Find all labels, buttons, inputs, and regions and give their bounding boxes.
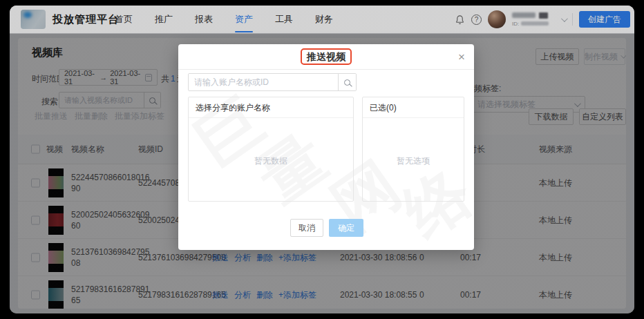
duration-value: 00:17 xyxy=(460,253,481,262)
annotation-highlight-box: 推送视频 xyxy=(301,48,352,65)
count-value: 0 xyxy=(419,253,424,262)
help-icon[interactable]: ? xyxy=(471,14,482,25)
chevron-down-icon xyxy=(621,52,626,58)
source-value: 本地上传 xyxy=(539,214,572,226)
video-name: 5217983161628789165 xyxy=(71,284,143,306)
avatar[interactable] xyxy=(488,10,506,28)
delete-link[interactable]: 删除 xyxy=(256,289,273,300)
add-tag-link[interactable]: +添加标签 xyxy=(278,251,316,263)
upload-video-button[interactable]: 上传视频 xyxy=(536,48,579,65)
days-count: 1 xyxy=(169,74,177,84)
push-link[interactable]: 推送 xyxy=(212,251,229,263)
search-icon xyxy=(149,97,155,104)
delete-link[interactable]: 删除 xyxy=(256,251,273,263)
main-nav: 首页 推广 报表 资产 工具 财务 xyxy=(115,6,333,33)
upload-time: 2021-03-30 18:08:56 xyxy=(340,253,417,262)
nav-item-reports[interactable]: 报表 xyxy=(195,6,213,33)
date-arrow: → xyxy=(100,73,107,81)
nav-item-promotion[interactable]: 推广 xyxy=(155,6,173,33)
account-search-box xyxy=(188,73,357,91)
selected-accounts-panel-title: 已选(0) xyxy=(363,97,464,118)
video-name: 5200250240563260960 xyxy=(71,209,143,231)
analyze-link[interactable]: 分析 xyxy=(234,251,251,263)
select-all-checkbox[interactable] xyxy=(31,145,40,154)
row-checkbox[interactable] xyxy=(31,290,40,299)
modal-title: 推送视频 xyxy=(307,51,345,62)
user-id-prefix: ID: xyxy=(512,21,519,27)
nav-item-tools[interactable]: 工具 xyxy=(275,6,293,33)
video-thumbnail xyxy=(48,168,64,197)
page-title: 视频库 xyxy=(32,46,63,59)
nav-item-assets-active[interactable]: 资产 xyxy=(235,6,253,33)
user-id-redacted xyxy=(521,21,549,26)
source-value: 本地上传 xyxy=(539,251,572,263)
calendar-icon xyxy=(145,74,152,81)
modal-header: 推送视频 × xyxy=(178,44,474,70)
download-data-button[interactable]: 下载数据 xyxy=(529,108,574,125)
date-range-picker[interactable]: 2021-03-31 → 2021-03-31 xyxy=(59,69,158,86)
no-data-placeholder: 暂无数据 xyxy=(189,155,353,167)
divider xyxy=(572,13,573,26)
cancel-button[interactable]: 取消 xyxy=(290,219,323,237)
search-button[interactable] xyxy=(144,93,160,108)
source-value: 本地上传 xyxy=(539,177,572,188)
video-name: 5213761036984279508 xyxy=(71,246,143,269)
tag-select-placeholder: 请选择视频标签 xyxy=(477,99,536,110)
share-accounts-panel-title: 选择分享的账户名称 xyxy=(189,97,353,118)
batch-delete-button[interactable]: 批量删除 xyxy=(75,110,108,122)
col-header-source: 视频来源 xyxy=(539,135,572,164)
no-selection-placeholder: 暂无选项 xyxy=(363,155,464,167)
customize-columns-button[interactable]: 自定义列表 xyxy=(579,108,626,125)
video-search-input[interactable] xyxy=(59,93,144,108)
row-checkbox[interactable] xyxy=(31,178,40,187)
date-end: 2021-03-31 xyxy=(110,69,142,86)
confirm-button[interactable]: 确定 xyxy=(329,219,363,237)
bell-icon[interactable] xyxy=(454,14,465,25)
user-badge-image xyxy=(539,12,548,19)
username-redacted xyxy=(512,12,536,18)
table-row: 5217983161628789165 5217983161628789165 … xyxy=(18,276,626,309)
chevron-down-icon xyxy=(574,100,581,107)
row-checkbox[interactable] xyxy=(31,253,40,262)
create-ad-button[interactable]: 创建广告 xyxy=(579,11,630,28)
video-name: 5224457086601801690 xyxy=(71,172,143,194)
close-icon[interactable]: × xyxy=(458,51,465,63)
push-video-modal: 巨 量 网 络 推送视频 × 选择分享的账户名称 暂无数据 已选(0) 暂无选项… xyxy=(178,44,474,250)
row-actions: 推送 分析 删除 +添加标签 xyxy=(212,289,316,300)
app-title: 投放管理平台 xyxy=(53,6,119,33)
row-checkbox[interactable] xyxy=(31,215,40,224)
nav-item-home[interactable]: 首页 xyxy=(115,6,133,33)
col-header-id: 视频ID xyxy=(138,135,163,164)
video-thumbnail xyxy=(48,206,64,235)
add-tag-link[interactable]: +添加标签 xyxy=(278,289,316,300)
account-search-button[interactable] xyxy=(338,74,356,90)
make-video-button[interactable]: 制作视频 xyxy=(584,48,625,65)
date-start: 2021-03-31 xyxy=(64,69,97,86)
upload-time: 2021-03-30 18:08:55 xyxy=(340,290,417,300)
search-icon xyxy=(344,79,350,86)
app-header: 投放管理平台 首页 推广 报表 资产 工具 财务 ? xyxy=(10,6,634,33)
video-search-box xyxy=(59,92,161,108)
share-accounts-panel: 选择分享的账户名称 暂无数据 xyxy=(188,97,354,202)
chevron-down-icon[interactable] xyxy=(561,15,568,22)
row-actions: 推送 分析 删除 +添加标签 xyxy=(212,251,316,263)
batch-push-button[interactable]: 批量推送 xyxy=(35,110,68,122)
push-link[interactable]: 推送 xyxy=(212,289,229,300)
user-info[interactable]: ID: xyxy=(512,12,555,27)
video-thumbnail xyxy=(48,243,64,272)
nav-item-finance[interactable]: 财务 xyxy=(315,6,333,33)
search-label: 搜索: xyxy=(41,96,60,108)
app-logo xyxy=(21,10,46,29)
source-value: 本地上传 xyxy=(539,289,572,300)
screenshot-frame: 投放管理平台 首页 推广 报表 资产 工具 财务 ? xyxy=(0,0,644,319)
header-right-cluster: ? ID: 创建广告 xyxy=(454,6,630,33)
video-thumbnail xyxy=(48,280,64,309)
col-header-video: 视频 xyxy=(46,135,63,164)
account-search-input[interactable] xyxy=(189,74,338,90)
batch-add-tag-button[interactable]: 批量添加标签 xyxy=(115,110,164,122)
batch-actions: 批量推送 批量删除 批量添加标签 xyxy=(35,110,164,122)
col-header-name: 视频名称 xyxy=(71,135,104,164)
duration-value: 00:17 xyxy=(460,290,481,300)
analyze-link[interactable]: 分析 xyxy=(234,289,251,300)
selected-accounts-panel: 已选(0) 暂无选项 xyxy=(362,97,464,202)
